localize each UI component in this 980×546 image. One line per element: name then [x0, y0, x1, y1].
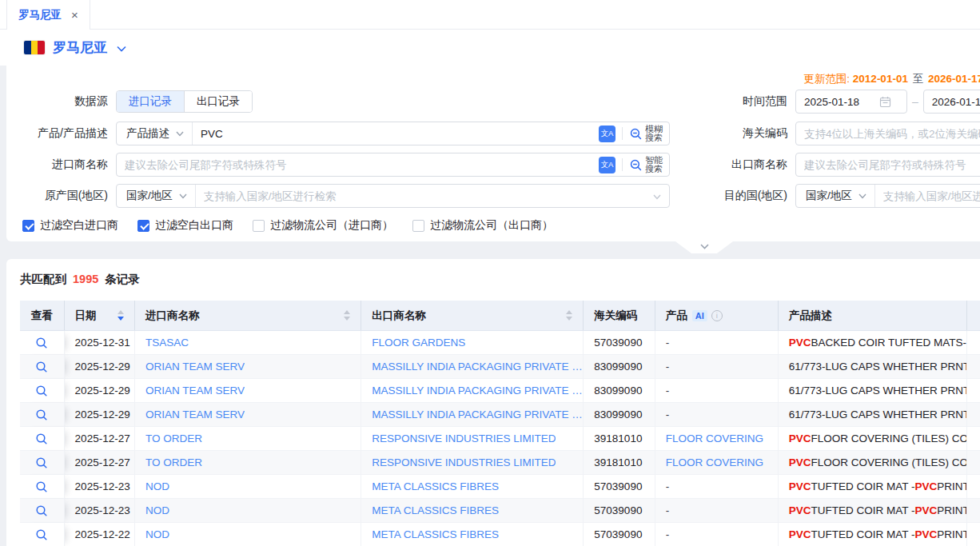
data-source-toggle: 进口记录 出口记录 [116, 90, 253, 113]
product-cell: - [655, 499, 779, 523]
view-record-button[interactable] [20, 427, 65, 451]
importer-link[interactable]: TSASAC [145, 337, 189, 349]
origin-type-select[interactable]: 国家/地区 [117, 185, 196, 207]
overflow-cell [967, 499, 980, 523]
table-row: 2025-12-23NODMETA CLASSICS FIBRES5703909… [20, 499, 980, 523]
chevron-down-icon[interactable] [117, 42, 126, 54]
view-record-button[interactable] [20, 403, 65, 427]
sort-desc-icon[interactable] [118, 317, 124, 321]
romania-flag-icon [24, 41, 45, 54]
sort-control-importer[interactable] [344, 310, 350, 321]
description-text: FLOOR COVERING (TILES) CONT... [811, 432, 968, 444]
description-text: BACKED COIR TUFTED MATS- [811, 337, 967, 349]
checkbox-filter-blank-importer[interactable]: 过滤空白进口商 [22, 218, 118, 233]
exporter-cell: META CLASSICS FIBRES [361, 499, 584, 523]
tab-export-records[interactable]: 出口记录 [184, 91, 252, 112]
divider [622, 158, 623, 171]
checkbox-unchecked-icon[interactable] [412, 220, 424, 232]
chevron-down-icon[interactable] [653, 189, 669, 202]
importer-link[interactable]: ORIAN TEAM SERV [145, 385, 245, 397]
exporter-link[interactable]: MASSILLY INDIA PACKAGING PRIVATE LIMI... [372, 361, 583, 373]
exporter-link[interactable]: MASSILLY INDIA PACKAGING PRIVATE LIMI... [372, 385, 583, 397]
product-type-select[interactable]: 产品描述 [117, 122, 193, 145]
checkbox-unchecked-icon[interactable] [253, 220, 265, 232]
origin-input[interactable] [196, 185, 653, 207]
keyword-highlight: PVC [915, 480, 938, 492]
date-to-input[interactable] [923, 90, 980, 114]
importer-cell: TO ORDER [135, 451, 361, 475]
product-type-value: 产品描述 [126, 126, 169, 141]
keyword-highlight: PVC [789, 480, 811, 492]
view-record-button[interactable] [20, 379, 65, 403]
product-link[interactable]: FLOOR COVERING [666, 456, 763, 468]
tab-close-icon[interactable]: × [71, 9, 78, 21]
view-record-button[interactable] [20, 499, 65, 523]
exporter-link[interactable]: MASSILLY INDIA PACKAGING PRIVATE LIMI... [372, 409, 583, 420]
exporter-link[interactable]: META CLASSICS FIBRES [372, 504, 499, 516]
checkbox-label: 过滤物流公司（进口商） [270, 218, 393, 233]
importer-input[interactable] [117, 153, 592, 176]
exporter-link[interactable]: FLOOR GARDENS [372, 337, 465, 349]
info-icon[interactable]: i [711, 310, 723, 321]
exporter-input[interactable] [795, 153, 980, 177]
destination-type-value: 国家/地区 [806, 189, 852, 203]
fuzzy-search-button[interactable]: 模糊 搜索 [629, 125, 663, 143]
product-link[interactable]: FLOOR COVERING [666, 432, 763, 444]
sort-control-date[interactable] [118, 310, 124, 321]
importer-link[interactable]: TO ORDER [145, 432, 202, 444]
smart-search-label-2: 搜索 [645, 165, 663, 174]
checkbox-filter-blank-exporter[interactable]: 过滤空白出口商 [137, 218, 233, 233]
overflow-cell [967, 523, 980, 546]
keyword-highlight: PVC [789, 456, 811, 468]
checkbox-filter-logistics-exporter[interactable]: 过滤物流公司（出口商） [412, 218, 553, 233]
view-record-button[interactable] [20, 355, 65, 379]
tab-import-records[interactable]: 进口记录 [117, 91, 184, 112]
exporter-link[interactable]: META CLASSICS FIBRES [372, 480, 499, 492]
keyword-highlight: PVC [789, 432, 811, 444]
exporter-link[interactable]: META CLASSICS FIBRES [372, 528, 499, 540]
product-input[interactable] [193, 122, 592, 145]
exporter-link[interactable]: RESPONSIVE INDUSTRIES LIMITED [372, 456, 556, 468]
destination-input[interactable] [875, 185, 980, 207]
date-from-input[interactable] [795, 90, 907, 114]
checkbox-checked-icon[interactable] [137, 220, 149, 232]
exporter-link[interactable]: RESPONSIVE INDUSTRIES LIMITED [372, 432, 556, 444]
sort-desc-icon[interactable] [344, 317, 350, 321]
chevron-down-icon [176, 131, 184, 137]
translate-icon[interactable]: 文A [599, 157, 615, 173]
importer-link[interactable]: NOD [145, 504, 169, 516]
product-cell: - [655, 403, 779, 427]
importer-cell: TSASAC [135, 331, 361, 355]
importer-link[interactable]: ORIAN TEAM SERV [145, 361, 245, 373]
tab-romania[interactable]: 罗马尼亚 × [6, 0, 90, 30]
view-record-button[interactable] [20, 475, 65, 499]
importer-link[interactable]: NOD [145, 480, 169, 492]
hs-code-cell: 57039090 [584, 499, 655, 523]
destination-type-select[interactable]: 国家/地区 [796, 185, 875, 207]
sort-asc-icon[interactable] [118, 310, 124, 314]
sort-asc-icon[interactable] [344, 310, 350, 314]
sort-desc-icon[interactable] [566, 317, 572, 321]
hs-code-input[interactable] [795, 122, 980, 145]
view-record-button[interactable] [20, 451, 65, 475]
view-record-button[interactable] [20, 331, 65, 355]
importer-link[interactable]: NOD [145, 528, 169, 540]
description-cell: PVC TUFTED COIR MAT - PVC PRINT... [779, 499, 967, 523]
magnifier-icon [35, 361, 48, 373]
search-icon [629, 158, 643, 172]
date-to-value[interactable] [932, 96, 980, 108]
view-record-button[interactable] [20, 523, 65, 546]
importer-link[interactable]: ORIAN TEAM SERV [145, 409, 245, 420]
importer-link[interactable]: TO ORDER [145, 456, 202, 468]
magnifier-icon [35, 456, 48, 469]
description-text: PRINT... [937, 528, 967, 540]
sort-control-exporter[interactable] [566, 310, 572, 321]
checkbox-label: 过滤空白出口商 [155, 218, 233, 233]
checkbox-filter-logistics-importer[interactable]: 过滤物流公司（进口商） [253, 218, 393, 233]
sort-asc-icon[interactable] [566, 310, 572, 314]
checkbox-checked-icon[interactable] [22, 220, 34, 232]
smart-search-button[interactable]: 智能 搜索 [629, 156, 663, 174]
translate-icon[interactable]: 文A [599, 126, 615, 142]
date-from-value[interactable] [804, 96, 874, 108]
magnifier-icon [35, 385, 48, 397]
